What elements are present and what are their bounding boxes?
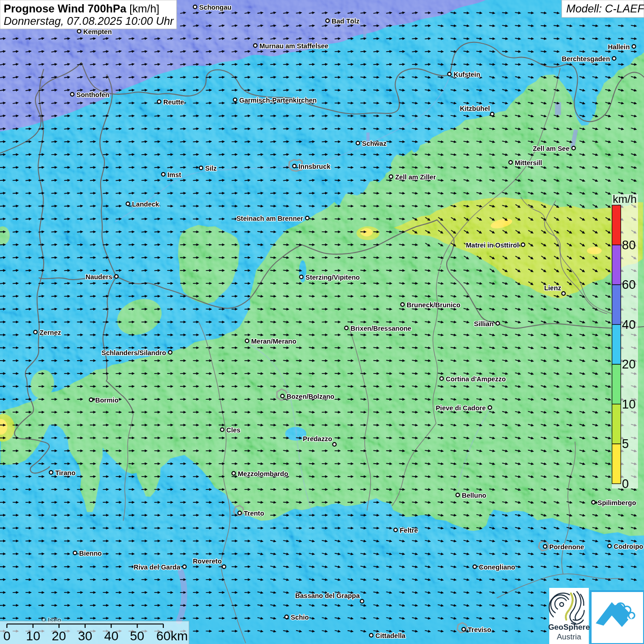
- svg-text:Schlanders/Silandro: Schlanders/Silandro: [102, 349, 166, 356]
- svg-text:Predazzo: Predazzo: [303, 435, 332, 443]
- svg-text:Nauders: Nauders: [86, 273, 112, 281]
- svg-text:Cittadella: Cittadella: [375, 632, 406, 639]
- svg-text:80: 80: [622, 238, 636, 252]
- svg-text:Silz: Silz: [205, 165, 217, 172]
- svg-text:Garmisch-Partenkirchen: Garmisch-Partenkirchen: [239, 97, 316, 104]
- svg-text:Bad Tölz: Bad Tölz: [332, 17, 359, 25]
- svg-text:Zernez: Zernez: [40, 329, 61, 336]
- svg-text:Bormio: Bormio: [95, 397, 119, 404]
- svg-text:0: 0: [622, 477, 629, 491]
- svg-text:Murnau am Staffelsee: Murnau am Staffelsee: [259, 42, 328, 50]
- svg-text:Zell am Ziller: Zell am Ziller: [395, 173, 436, 181]
- svg-text:Pieve di Cadore: Pieve di Cadore: [436, 404, 486, 412]
- svg-text:Belluno: Belluno: [462, 492, 486, 499]
- svg-text:Berchtesgaden: Berchtesgaden: [562, 55, 610, 63]
- svg-text:Landeck: Landeck: [132, 201, 160, 208]
- svg-text:Meran/Merano: Meran/Merano: [251, 338, 296, 345]
- svg-text:Feltre: Feltre: [400, 527, 418, 534]
- svg-text:5: 5: [622, 437, 629, 451]
- svg-text:Modell: C-LAEF: Modell: C-LAEF: [566, 2, 644, 15]
- svg-text:Mittersill: Mittersill: [515, 159, 542, 167]
- svg-text:Reutte: Reutte: [163, 98, 184, 106]
- svg-text:60km: 60km: [156, 629, 188, 643]
- svg-text:10: 10: [26, 629, 40, 643]
- svg-text:Sonthofen: Sonthofen: [76, 91, 109, 98]
- svg-text:Schio: Schio: [291, 614, 309, 621]
- svg-text:Austria: Austria: [557, 632, 581, 641]
- svg-text:Bozen/Bolzano: Bozen/Bolzano: [287, 393, 334, 400]
- svg-text:60: 60: [622, 278, 636, 292]
- svg-text:Innsbruck: Innsbruck: [299, 163, 331, 170]
- svg-text:20: 20: [52, 629, 66, 643]
- svg-text:Prognose Wind 700hPa [km/h]: Prognose Wind 700hPa [km/h]: [4, 2, 160, 15]
- svg-text:Mezzolombardo: Mezzolombardo: [238, 470, 288, 477]
- svg-text:50: 50: [130, 629, 144, 643]
- svg-text:Cles: Cles: [226, 426, 241, 434]
- svg-text:Schwaz: Schwaz: [362, 140, 386, 147]
- svg-text:Kufstein: Kufstein: [454, 71, 480, 78]
- svg-text:Brixen/Bressanone: Brixen/Bressanone: [351, 325, 411, 332]
- svg-text:40: 40: [622, 318, 636, 332]
- svg-text:Spilimbergo: Spilimbergo: [598, 499, 636, 506]
- svg-text:0: 0: [3, 629, 11, 643]
- svg-text:Imst: Imst: [167, 171, 181, 178]
- svg-text:Trento: Trento: [244, 510, 264, 517]
- svg-text:Hallein: Hallein: [608, 43, 630, 51]
- svg-text:Steinach am Brenner: Steinach am Brenner: [236, 215, 303, 222]
- svg-text:Tirano: Tirano: [55, 469, 75, 477]
- svg-text:Schongau: Schongau: [199, 4, 231, 11]
- svg-text:Codroipo: Codroipo: [614, 543, 644, 550]
- svg-text:Bruneck/Brunico: Bruneck/Brunico: [407, 301, 460, 309]
- svg-text:Matrei in Osttirol: Matrei in Osttirol: [466, 242, 519, 249]
- svg-text:40: 40: [104, 629, 118, 643]
- svg-text:Kitzbühel: Kitzbühel: [460, 105, 490, 112]
- svg-text:GeoSphere: GeoSphere: [548, 623, 590, 632]
- svg-text:Sterzing/Vipiteno: Sterzing/Vipiteno: [305, 274, 360, 281]
- svg-text:Treviso: Treviso: [468, 626, 491, 633]
- svg-text:Lienz: Lienz: [544, 284, 561, 292]
- svg-text:Zell am See: Zell am See: [533, 145, 569, 152]
- svg-text:Bassano del Grappa: Bassano del Grappa: [295, 592, 360, 599]
- svg-text:20: 20: [622, 357, 636, 371]
- svg-text:30: 30: [78, 629, 92, 643]
- svg-text:Bienno: Bienno: [79, 550, 102, 557]
- svg-text:Pordenone: Pordenone: [549, 543, 584, 551]
- svg-text:Conegliano: Conegliano: [479, 564, 515, 571]
- svg-text:Donnerstag, 07.08.2025 10:00 U: Donnerstag, 07.08.2025 10:00 Uhr: [4, 15, 174, 27]
- svg-text:Cortina d'Ampezzo: Cortina d'Ampezzo: [446, 375, 506, 383]
- svg-text:Rovereto: Rovereto: [193, 558, 222, 565]
- svg-text:km/h: km/h: [613, 193, 637, 205]
- svg-text:Sillian: Sillian: [474, 320, 494, 328]
- svg-text:Riva del Garda: Riva del Garda: [133, 564, 180, 571]
- svg-text:10: 10: [622, 397, 636, 411]
